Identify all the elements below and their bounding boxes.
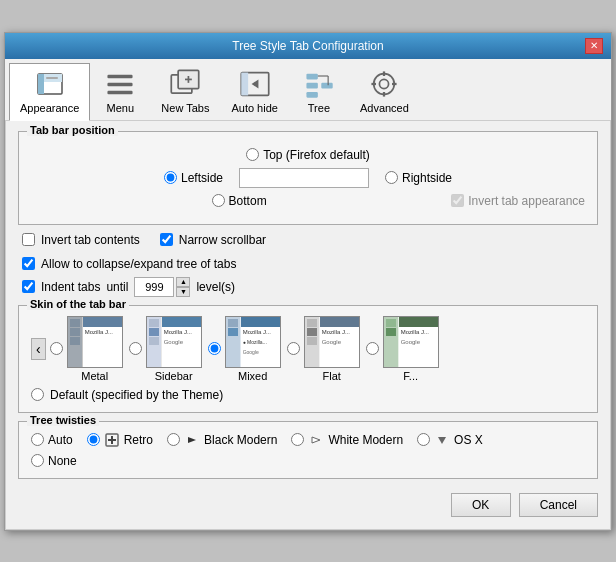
cancel-button[interactable]: Cancel [519, 493, 598, 517]
skin-radio-f[interactable] [366, 342, 379, 355]
spin-up[interactable]: ▲ [176, 277, 190, 287]
invert-tab-contents-label: Invert tab contents [41, 233, 140, 247]
tab-advanced[interactable]: Advanced [349, 63, 420, 121]
twisty-radio-black-modern[interactable] [167, 433, 180, 446]
radio-rightside[interactable] [385, 171, 398, 184]
skin-sidebar-label: Sidebar [155, 370, 193, 382]
radio-leftside[interactable] [164, 171, 177, 184]
radio-top-text: Top (Firefox default) [263, 148, 370, 162]
skin-radio-sidebar[interactable] [129, 342, 142, 355]
skin-radio-default[interactable] [31, 388, 44, 401]
skin-thumb-mixed: Mozilla J... ● Mozilla... Google [225, 316, 281, 368]
svg-rect-6 [108, 90, 133, 93]
invert-tab-contents-checkbox[interactable] [22, 233, 35, 246]
tree-twisties-section: Tree twisties Auto [18, 421, 598, 479]
twisty-radio-retro[interactable] [87, 433, 100, 446]
narrow-scrollbar-checkbox[interactable] [160, 233, 173, 246]
skin-f-label: F... [403, 370, 418, 382]
menu-icon [104, 68, 136, 100]
allow-collapse-checkbox[interactable] [22, 257, 35, 270]
skin-item-sidebar: Mozilla J... Google Sidebar [129, 316, 202, 382]
autohide-label: Auto hide [231, 102, 277, 114]
twisty-retro: Retro [87, 432, 153, 448]
skin-thumb-sidebar: Mozilla J... Google [146, 316, 202, 368]
svg-rect-12 [241, 72, 248, 95]
skin-item-metal: Mozilla J... Metal [50, 316, 123, 382]
tab-newtabs[interactable]: New Tabs [150, 63, 220, 121]
twisty-radio-white-modern[interactable] [291, 433, 304, 446]
title-bar: Tree Style Tab Configuration ✕ [5, 33, 611, 59]
indent-tabs-number[interactable] [134, 277, 174, 297]
level-label: level(s) [196, 280, 235, 294]
autohide-icon [239, 68, 271, 100]
twisty-white-modern: White Modern [291, 432, 403, 448]
radio-top[interactable] [246, 148, 259, 161]
svg-rect-1 [38, 74, 44, 94]
skin-scroll-area: ‹ [31, 316, 585, 382]
skin-mixed-label: Mixed [238, 370, 267, 382]
skin-scroll-left[interactable]: ‹ [31, 338, 46, 360]
white-modern-icon [308, 432, 324, 448]
tab-tree[interactable]: Tree [289, 63, 349, 121]
skin-metal-label: Metal [81, 370, 108, 382]
twisty-radio-none[interactable] [31, 454, 44, 467]
appearance-icon [34, 68, 66, 100]
twisty-radio-auto[interactable] [31, 433, 44, 446]
skin-radio-metal[interactable] [50, 342, 63, 355]
svg-rect-24 [372, 82, 377, 84]
close-button[interactable]: ✕ [585, 38, 603, 54]
narrow-scrollbar-label: Narrow scrollbar [179, 233, 266, 247]
radio-top-label: Top (Firefox default) [246, 148, 370, 162]
until-label: until [106, 280, 128, 294]
skin-thumb-flat: Mozilla J... Google [304, 316, 360, 368]
black-modern-icon [184, 432, 200, 448]
svg-point-21 [380, 79, 389, 88]
indent-tabs-checkbox[interactable] [22, 280, 35, 293]
twisty-none-label: None [48, 454, 77, 468]
svg-marker-31 [438, 437, 446, 444]
skin-radio-mixed[interactable] [208, 342, 221, 355]
svg-rect-5 [108, 82, 133, 85]
twisty-radio-osx[interactable] [417, 433, 430, 446]
skin-item-f: Mozilla J... Google F... [366, 316, 439, 382]
spin-buttons: ▲ ▼ [176, 277, 190, 297]
leftside-text-input[interactable] [239, 168, 369, 188]
tab-appearance[interactable]: Appearance [9, 63, 90, 121]
spin-down[interactable]: ▼ [176, 287, 190, 297]
radio-rightside-text: Rightside [402, 171, 452, 185]
skin-thumb-metal: Mozilla J... [67, 316, 123, 368]
menu-label: Menu [107, 102, 135, 114]
retro-icon [104, 432, 120, 448]
svg-rect-3 [46, 77, 58, 79]
twisty-osx: OS X [417, 432, 483, 448]
ok-button[interactable]: OK [451, 493, 511, 517]
invert-appearance-label: Invert tab appearance [468, 194, 585, 208]
skin-radio-flat[interactable] [287, 342, 300, 355]
default-theme-row: Default (specified by the Theme) [31, 388, 585, 402]
indent-tabs-number-wrap: ▲ ▼ [134, 277, 190, 297]
tab-autohide[interactable]: Auto hide [220, 63, 288, 121]
allow-collapse-row: Allow to collapse/expand tree of tabs [22, 257, 594, 271]
bottom-buttons: OK Cancel [18, 487, 598, 519]
tree-label: Tree [308, 102, 330, 114]
indent-tabs-label: Indent tabs [41, 280, 100, 294]
svg-marker-30 [312, 437, 320, 443]
tab-menu[interactable]: Menu [90, 63, 150, 121]
invert-appearance-checkbox[interactable] [451, 194, 464, 207]
twisty-retro-label: Retro [124, 433, 153, 447]
allow-collapse-label: Allow to collapse/expand tree of tabs [41, 257, 236, 271]
tree-twisties-label: Tree twisties [27, 414, 99, 426]
skin-items-container: Mozilla J... Metal [50, 316, 585, 382]
skin-item-flat: Mozilla J... Google Flat [287, 316, 360, 382]
skin-item-mixed: Mozilla J... ● Mozilla... Google Mixed [208, 316, 281, 382]
radio-bottom[interactable] [212, 194, 225, 207]
osx-icon [434, 432, 450, 448]
twisty-white-modern-label: White Modern [328, 433, 403, 447]
skin-thumb-f: Mozilla J... Google [383, 316, 439, 368]
twisty-row-1: Auto Retro [31, 432, 585, 448]
skin-section: Skin of the tab bar ‹ [18, 305, 598, 413]
svg-rect-28 [111, 436, 113, 444]
twisty-none: None [31, 454, 585, 468]
twisty-auto-label: Auto [48, 433, 73, 447]
toolbar: Appearance Menu New Tabs [5, 59, 611, 121]
